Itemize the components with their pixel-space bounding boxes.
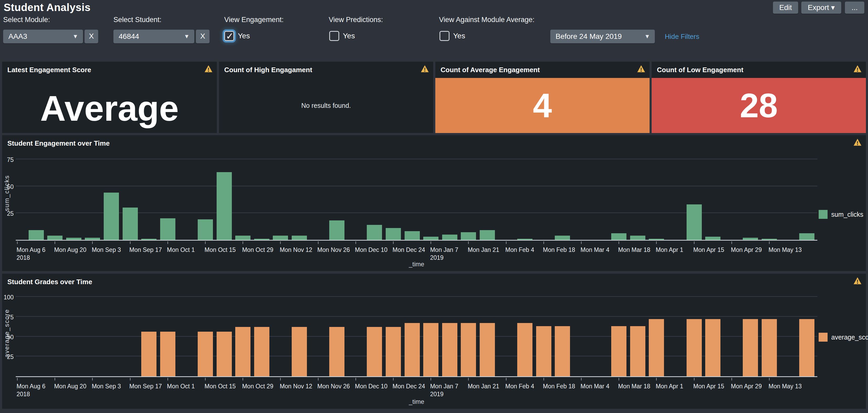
more-options-button[interactable]: ...	[845, 2, 864, 14]
module-select[interactable]: AAA3 ▼	[3, 30, 83, 43]
chart-bar-average_score[interactable]	[423, 323, 438, 376]
chart-bar-sum_clicks[interactable]	[649, 239, 664, 240]
chart-bar-sum_clicks[interactable]	[47, 235, 62, 240]
chart-bar-average_score[interactable]	[329, 327, 344, 376]
chart-bar-sum_clicks[interactable]	[517, 239, 532, 240]
x-axis-tick	[694, 378, 694, 380]
chart-bar-average_score[interactable]	[198, 332, 213, 376]
chart-bar-average_score[interactable]	[405, 323, 420, 376]
view-predictions-checkbox[interactable]	[329, 31, 339, 41]
chart-bar-average_score[interactable]	[630, 326, 645, 376]
chart-bar-sum_clicks[interactable]	[123, 208, 138, 240]
no-results-message: No results found.	[219, 78, 433, 133]
chart-bar-average_score[interactable]	[687, 319, 702, 376]
chart-bar-sum_clicks[interactable]	[160, 218, 175, 240]
chart-bar-average_score[interactable]	[743, 319, 758, 376]
x-axis-tick	[355, 242, 356, 244]
view-against-module-average-checkbox-label: Yes	[453, 32, 465, 40]
x-axis-tick-label: Mon Apr 15	[693, 246, 724, 253]
x-axis-tick	[393, 242, 394, 244]
x-axis-tick-label: Mon Sep 17	[129, 246, 162, 253]
time-range-select[interactable]: Before 24 May 2019 ▼	[550, 30, 655, 43]
chart-bar-sum_clicks[interactable]	[405, 231, 420, 240]
x-axis-tick	[619, 378, 619, 380]
chart-bar-average_score[interactable]	[367, 327, 382, 376]
chart-bar-sum_clicks[interactable]	[630, 235, 645, 240]
x-axis-year-label: 2019	[430, 391, 443, 398]
chart-bar-sum_clicks[interactable]	[367, 225, 382, 240]
x-axis-tick-label: Mon Sep 3	[92, 383, 121, 390]
chart-bar-average_score[interactable]	[611, 326, 626, 376]
chart-bar-average_score[interactable]	[536, 326, 551, 376]
warning-icon[interactable]	[421, 65, 429, 73]
chart-bar-sum_clicks[interactable]	[799, 233, 814, 240]
chart-bar-sum_clicks[interactable]	[555, 235, 570, 240]
chart-bar-sum_clicks[interactable]	[461, 232, 476, 240]
student-clear-button[interactable]: X	[196, 30, 210, 43]
x-axis-tick	[130, 378, 130, 380]
x-axis-tick-label: Mon Apr 1	[656, 246, 683, 253]
warning-icon[interactable]	[853, 138, 862, 146]
chart-bar-sum_clicks[interactable]	[743, 238, 758, 240]
chart-bar-sum_clicks[interactable]	[292, 235, 307, 240]
chart-bar-sum_clicks[interactable]	[254, 239, 269, 240]
chart-bar-sum_clicks[interactable]	[85, 238, 100, 240]
chart-bar-sum_clicks[interactable]	[66, 238, 82, 240]
chart-bar-sum_clicks[interactable]	[217, 172, 232, 240]
x-axis-tick-label: Mon Oct 1	[167, 383, 195, 390]
student-select[interactable]: 46844 ▼	[114, 30, 194, 43]
chart-bar-sum_clicks[interactable]	[198, 219, 213, 240]
x-axis-tick	[544, 242, 544, 244]
view-engagement-label: View Engagement:	[224, 16, 284, 24]
chart-bar-sum_clicks[interactable]	[705, 237, 720, 240]
chart-bar-sum_clicks[interactable]	[386, 228, 401, 240]
chart-bar-average_score[interactable]	[649, 319, 664, 376]
chart-bar-average_score[interactable]	[705, 319, 720, 376]
warning-icon[interactable]	[853, 277, 862, 285]
chart-bar-sum_clicks[interactable]	[329, 220, 344, 240]
chart-bar-average_score[interactable]	[461, 323, 476, 376]
chart-bar-average_score[interactable]	[217, 332, 232, 376]
chart-bar-sum_clicks[interactable]	[235, 235, 250, 240]
chart-bar-sum_clicks[interactable]	[104, 193, 119, 240]
chart-bar-average_score[interactable]	[386, 327, 401, 376]
hide-filters-link[interactable]: Hide Filters	[665, 33, 699, 41]
module-clear-button[interactable]: X	[85, 30, 98, 43]
x-axis-tick	[55, 378, 55, 380]
chart-bar-average_score[interactable]	[254, 327, 269, 376]
x-axis-tick	[92, 378, 93, 380]
kpi-value: 4	[435, 78, 650, 133]
chart-bar-sum_clicks[interactable]	[442, 234, 457, 240]
warning-icon[interactable]	[204, 65, 213, 73]
export-button[interactable]: Export ▾	[801, 2, 841, 14]
warning-icon[interactable]	[637, 65, 645, 73]
chart-bar-sum_clicks[interactable]	[687, 204, 702, 240]
x-axis-tick	[431, 242, 431, 244]
chart-bar-sum_clicks[interactable]	[141, 239, 156, 240]
chart-bar-sum_clicks[interactable]	[762, 239, 777, 240]
view-engagement-checkbox[interactable]	[224, 31, 234, 41]
legend-label: average_score	[831, 333, 868, 341]
chart-bar-sum_clicks[interactable]	[29, 230, 44, 240]
x-axis-tick-label: Mon Oct 29	[242, 246, 273, 253]
chart-bar-sum_clicks[interactable]	[423, 237, 438, 240]
x-axis-tick	[694, 242, 694, 244]
chart-bar-average_score[interactable]	[160, 332, 175, 376]
chart-bar-average_score[interactable]	[141, 332, 156, 376]
chart-bar-average_score[interactable]	[292, 327, 307, 376]
chart-bar-average_score[interactable]	[442, 323, 457, 376]
view-against-module-average-checkbox[interactable]	[439, 31, 450, 41]
chart-bar-sum_clicks[interactable]	[611, 233, 626, 240]
y-axis-tick-label: 100	[2, 294, 14, 301]
chart-bar-average_score[interactable]	[235, 327, 250, 376]
chart-bar-average_score[interactable]	[762, 319, 777, 376]
chart-bar-sum_clicks[interactable]	[273, 235, 288, 240]
panel-count-average-engagement: Count of Average Engagement 4	[435, 62, 650, 133]
chart-bar-average_score[interactable]	[555, 326, 570, 376]
edit-button[interactable]: Edit	[773, 2, 798, 14]
chart-bar-average_score[interactable]	[480, 323, 495, 376]
chart-bar-average_score[interactable]	[517, 323, 532, 376]
warning-icon[interactable]	[853, 65, 862, 73]
chart-bar-sum_clicks[interactable]	[480, 230, 495, 240]
chart-bar-average_score[interactable]	[799, 319, 814, 376]
